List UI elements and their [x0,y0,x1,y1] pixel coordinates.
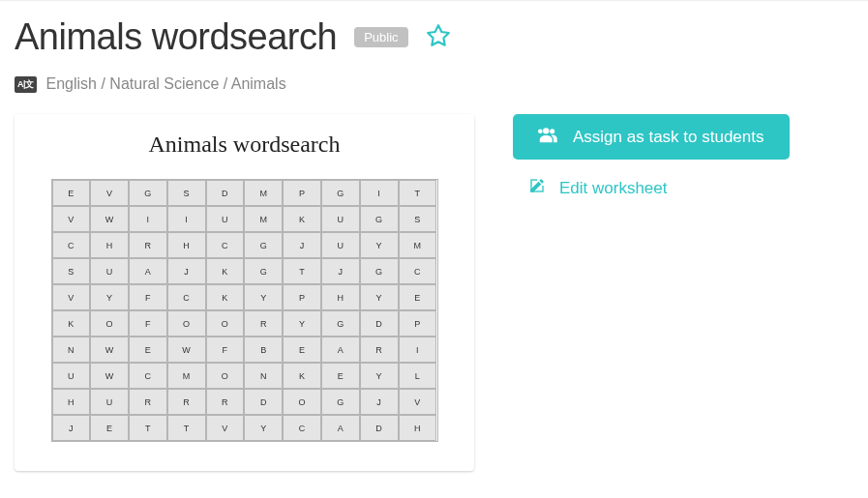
worksheet-title: Animals wordsearch [39,132,450,158]
grid-cell: R [360,337,399,363]
grid-cell: G [129,180,167,206]
grid-cell: Y [244,415,283,441]
grid-cell: G [321,310,360,337]
grid-cell: E [399,284,437,310]
grid-cell: T [399,180,437,206]
grid-cell: D [360,415,399,441]
header: Animals wordsearch Public [15,16,853,58]
grid-cell: J [167,258,206,284]
grid-cell: V [52,284,91,310]
grid-cell: R [167,389,206,415]
edit-worksheet-button[interactable]: Edit worksheet [513,173,790,203]
grid-cell: Y [360,363,399,389]
grid-cell: O [283,389,321,415]
grid-cell: O [90,310,129,337]
grid-cell: P [283,284,321,310]
grid-cell: K [283,363,321,389]
users-icon [538,126,559,148]
grid-cell: H [399,415,437,441]
grid-cell: E [321,363,360,389]
grid-cell: Y [360,232,399,258]
grid-cell: W [90,337,129,363]
svg-point-3 [538,130,543,134]
assign-button-label: Assign as task to students [573,128,764,147]
grid-cell: I [399,337,437,363]
grid-cell: N [52,337,91,363]
grid-cell: A [129,258,167,284]
svg-point-2 [550,129,554,133]
grid-cell: O [167,310,206,337]
grid-cell: K [283,206,321,232]
grid-cell: K [206,258,245,284]
grid-cell: V [399,389,437,415]
grid-cell: V [206,415,245,441]
grid-cell: H [167,232,206,258]
grid-cell: V [90,180,129,206]
grid-cell: P [399,310,437,337]
grid-cell: U [90,258,129,284]
grid-cell: M [244,206,283,232]
grid-cell: W [90,363,129,389]
grid-cell: G [244,258,283,284]
grid-cell: S [52,258,91,284]
grid-cell: J [321,258,360,284]
grid-cell: O [206,363,245,389]
grid-cell: E [52,180,91,206]
grid-cell: R [244,310,283,337]
grid-cell: A [321,337,360,363]
grid-cell: Y [244,284,283,310]
grid-cell: G [360,206,399,232]
grid-cell: D [206,180,245,206]
grid-cell: D [360,310,399,337]
grid-cell: Y [90,284,129,310]
grid-cell: J [360,389,399,415]
grid-cell: U [52,363,91,389]
grid-cell: M [399,232,437,258]
edit-icon [528,177,546,199]
grid-cell: E [90,415,129,441]
assign-task-button[interactable]: Assign as task to students [513,114,790,160]
grid-cell: K [52,310,91,337]
grid-cell: S [167,180,206,206]
grid-cell: C [129,363,167,389]
grid-cell: D [244,389,283,415]
language-icon: A|文 [15,76,37,93]
grid-cell: G [244,232,283,258]
grid-cell: P [283,180,321,206]
breadcrumb-path: English / Natural Science / Animals [46,75,286,93]
grid-cell: F [129,310,167,337]
grid-cell: H [90,232,129,258]
grid-cell: G [360,258,399,284]
grid-cell: R [206,389,245,415]
grid-cell: V [52,206,91,232]
grid-cell: M [167,363,206,389]
grid-cell: I [167,206,206,232]
svg-point-1 [543,128,549,133]
grid-cell: O [206,310,245,337]
grid-cell: Y [360,284,399,310]
grid-cell: W [167,337,206,363]
grid-cell: T [283,258,321,284]
grid-cell: J [283,232,321,258]
grid-cell: C [283,415,321,441]
grid-cell: M [244,180,283,206]
grid-cell: N [244,363,283,389]
grid-cell: F [129,284,167,310]
actions-panel: Assign as task to students Edit workshee… [513,114,790,203]
edit-button-label: Edit worksheet [559,179,668,198]
grid-cell: U [321,232,360,258]
grid-cell: W [90,206,129,232]
grid-cell: B [244,337,283,363]
grid-cell: G [321,389,360,415]
grid-cell: H [52,389,91,415]
grid-cell: E [283,337,321,363]
grid-cell: U [321,206,360,232]
grid-cell: F [206,337,245,363]
favorite-star-icon[interactable] [426,23,451,52]
grid-cell: C [206,232,245,258]
visibility-badge: Public [354,27,407,47]
grid-cell: G [321,180,360,206]
grid-cell: R [129,389,167,415]
breadcrumb: A|文 English / Natural Science / Animals [15,75,853,93]
grid-cell: K [206,284,245,310]
